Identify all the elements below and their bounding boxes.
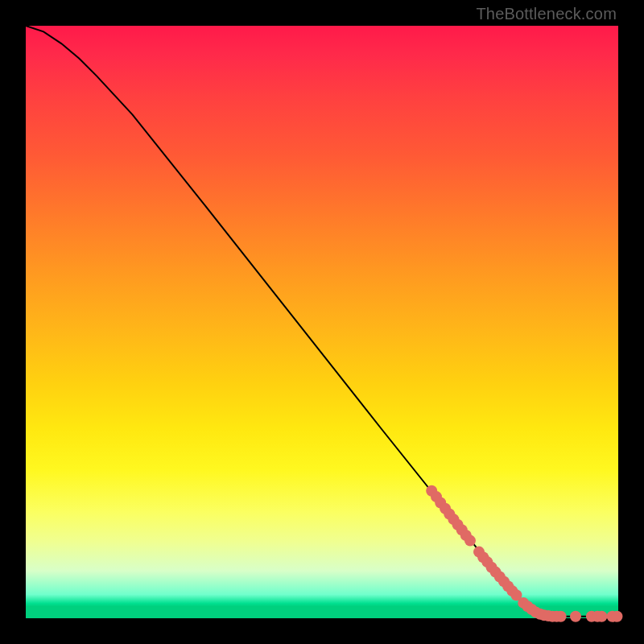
data-point <box>464 535 476 547</box>
chart-frame: TheBottleneck.com <box>0 0 644 644</box>
chart-overlay <box>26 26 618 618</box>
data-point <box>612 611 623 622</box>
bottleneck-curve <box>26 26 618 617</box>
data-point <box>555 611 567 622</box>
data-point <box>596 611 607 622</box>
attribution-text: TheBottleneck.com <box>476 5 617 23</box>
data-point <box>570 611 581 622</box>
scatter-group <box>426 485 622 622</box>
